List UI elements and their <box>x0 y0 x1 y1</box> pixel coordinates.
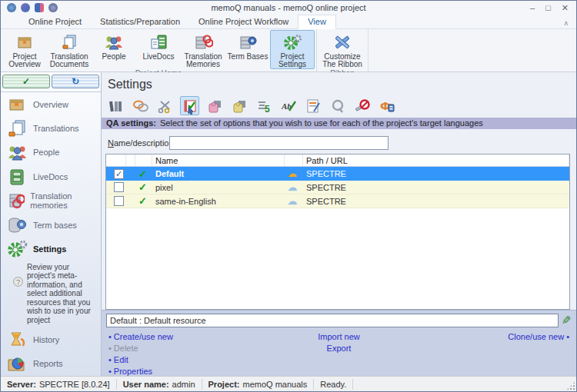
tab-statistics-preparation[interactable]: Statistics/Preparation <box>91 15 189 28</box>
row-checkbox[interactable]: ✓ <box>114 169 124 179</box>
selected-resource-field[interactable]: Default : Default resource <box>106 314 559 327</box>
status-project: Project:memoQ manuals <box>202 379 315 390</box>
resource-path: SPECTRE <box>303 197 569 206</box>
livedocs-settings-icon[interactable] <box>229 96 248 115</box>
links-right: Clone/use new• <box>416 332 572 376</box>
overview-icon <box>6 95 28 115</box>
filter-row: Name/description <box>102 129 576 154</box>
resource-actions-panel: Default : Default resource ✎ •Create/use… <box>102 310 576 376</box>
tm-settings-icon[interactable] <box>205 96 224 115</box>
apply-button[interactable]: ✓ <box>2 75 50 88</box>
check-icon: ✓ <box>22 76 30 87</box>
notebook-icon[interactable] <box>35 3 44 12</box>
stop-word-lists-icon[interactable] <box>352 96 372 115</box>
auto-translation-rules-icon[interactable]: 5 <box>254 96 273 115</box>
qa-settings-icon[interactable] <box>180 96 199 115</box>
name-description-input[interactable] <box>169 136 389 150</box>
status-user: User name:admin <box>117 379 202 390</box>
term-bases-button[interactable]: Term Bases <box>225 30 270 69</box>
close-button[interactable]: ✕ <box>562 1 569 15</box>
sidebar-item-translations[interactable]: Translations <box>1 116 101 140</box>
sidebar-item-reports[interactable]: Reports <box>1 352 101 376</box>
status-bar: Server:SPECTRE [8.0.24] User name:admin … <box>1 376 576 391</box>
minimize-button[interactable]: – <box>530 1 535 15</box>
refresh-icon: ↻ <box>72 76 79 87</box>
clone-use-new-link[interactable]: Clone/use new• <box>508 332 572 341</box>
row-checkbox[interactable] <box>114 182 124 192</box>
sidebar-item-translation-memories[interactable]: Translation memories <box>1 189 101 213</box>
row-checkbox[interactable] <box>114 196 124 206</box>
cloud-icon: ☁ <box>285 183 303 192</box>
sidebar-item-livedocs[interactable]: LiveDocs <box>1 164 101 188</box>
resources-table: Name Path / URL ✓ ✓ Default ☁ SPECTRE ✓ <box>105 154 570 310</box>
memoq-app-icon[interactable] <box>7 3 16 12</box>
create-use-new-link[interactable]: •Create/use new <box>106 332 262 341</box>
term-bases-icon <box>6 215 28 235</box>
qa-settings-banner: QA settings:Select the set of options th… <box>102 118 576 129</box>
translation-memories-button[interactable]: TranslationMemories <box>181 30 225 69</box>
cloud-icon: ☁ <box>285 169 303 178</box>
translation-documents-icon <box>60 32 78 52</box>
resource-name: pixel <box>152 183 285 192</box>
customize-ribbon-button[interactable]: CustomizeThe Ribbon <box>319 30 366 69</box>
project-overview-button[interactable]: ProjectOverview <box>2 30 47 69</box>
links-left: •Create/use new •Delete •Edit •Propertie… <box>106 332 262 376</box>
sidebar: ✓ ↻ Overview Translations People LiveDoc… <box>1 72 102 376</box>
livedocs-button[interactable]: LiveDocs <box>136 30 181 69</box>
column-header-path[interactable]: Path / URL <box>303 154 569 166</box>
general-settings-icon[interactable] <box>106 96 125 115</box>
term-bases-icon <box>238 32 258 52</box>
table-row[interactable]: ✓ ✓ Default ☁ SPECTRE <box>106 167 569 181</box>
maximize-button[interactable]: □ <box>545 1 551 15</box>
delete-link[interactable]: •Delete <box>106 344 262 353</box>
segmentation-rules-icon[interactable] <box>155 96 175 115</box>
quick-access-toolbar <box>4 3 58 12</box>
import-new-link[interactable]: Import new <box>318 332 359 341</box>
edit-resource-icon[interactable]: ✎ <box>562 314 572 327</box>
project-settings-button[interactable]: ProjectSettings <box>270 30 315 69</box>
sidebar-item-people[interactable]: People <box>1 141 101 164</box>
sidebar-item-term-bases[interactable]: Term bases <box>1 213 101 237</box>
export-settings-icon[interactable] <box>303 96 322 115</box>
memoq-window: memoQ manuals - memoQ online project – □… <box>0 0 577 392</box>
project-settings-icon <box>282 32 302 52</box>
sync-gear-icon[interactable] <box>21 3 30 12</box>
translation-documents-button[interactable]: TranslationDocuments <box>47 30 92 69</box>
people-button[interactable]: People <box>92 30 136 69</box>
livedocs-icon <box>6 167 28 187</box>
export-link[interactable]: Export <box>327 344 352 353</box>
sidebar-item-settings[interactable]: Settings <box>1 237 101 261</box>
properties-link[interactable]: •Properties <box>106 367 262 376</box>
column-header-name[interactable]: Name <box>152 154 285 166</box>
collapse-ribbon-icon[interactable]: ∧ <box>563 19 569 27</box>
options-gear-icon[interactable] <box>48 3 58 12</box>
name-description-label: Name/description <box>108 138 169 148</box>
people-icon <box>6 142 28 162</box>
ribbon-tab-bar: Online Project Statistics/Preparation On… <box>1 15 576 29</box>
table-row[interactable]: ✓ pixel ☁ SPECTRE <box>106 181 569 194</box>
resource-path: SPECTRE <box>303 183 569 192</box>
reports-icon <box>6 354 28 374</box>
font-substitution-icon[interactable]: Ф <box>377 96 396 115</box>
tab-online-project-workflow[interactable]: Online Project Workflow <box>189 15 298 28</box>
cloud-icon: ☁ <box>285 197 303 206</box>
resize-grip[interactable] <box>567 382 575 390</box>
table-row[interactable]: ✓ same-in-English ☁ SPECTRE <box>106 194 569 208</box>
ignore-lists-icon[interactable]: Ab <box>278 96 298 115</box>
light-resources-icon[interactable] <box>328 96 347 115</box>
communication-settings-icon[interactable] <box>131 96 150 115</box>
valid-check-icon: ✓ <box>135 181 152 193</box>
livedocs-icon <box>149 32 168 52</box>
sidebar-item-history[interactable]: History <box>1 327 101 351</box>
refresh-button[interactable]: ↻ <box>52 75 99 88</box>
valid-check-icon: ✓ <box>135 168 152 180</box>
people-icon <box>104 32 124 52</box>
edit-link[interactable]: •Edit <box>106 355 262 364</box>
history-icon <box>6 330 28 350</box>
table-header: Name Path / URL <box>106 154 569 167</box>
tab-online-project[interactable]: Online Project <box>19 15 91 28</box>
sidebar-item-overview[interactable]: Overview <box>1 92 101 116</box>
settings-description: ? Review your project's meta-information… <box>1 261 101 328</box>
page-title: Settings <box>102 72 576 95</box>
tab-view[interactable]: View <box>298 15 336 29</box>
